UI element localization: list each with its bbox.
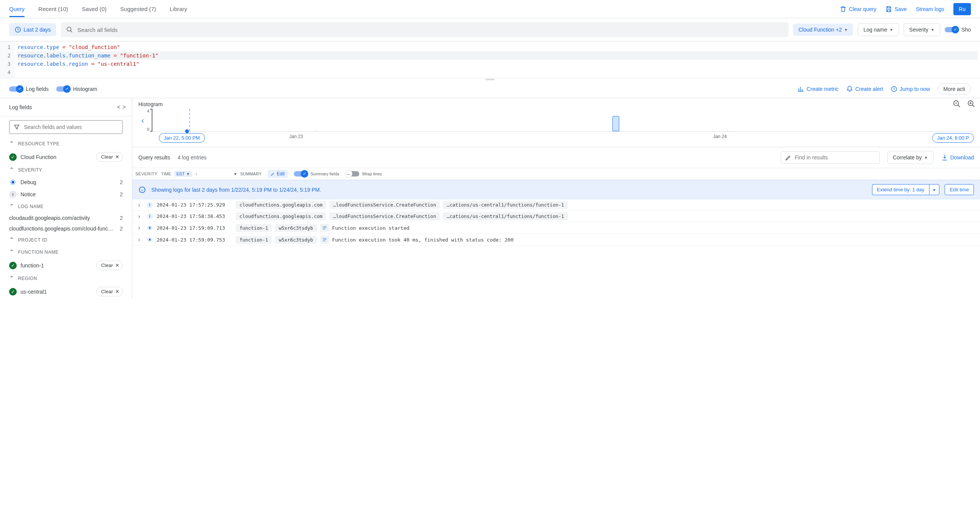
chevron-down-icon: ▼	[931, 28, 934, 32]
log-timestamp: 2024-01-23 17:58:38.453	[157, 214, 233, 219]
log-row[interactable]: ›i2024-01-23 17:57:25.929cloudfunctions.…	[132, 199, 980, 211]
expand-icon[interactable]: ›	[135, 236, 143, 243]
clear-query-button[interactable]: Clear query	[840, 6, 876, 13]
expand-icon[interactable]: ›	[135, 202, 143, 209]
wrap-lines-toggle[interactable]: — Wrap lines	[345, 171, 382, 177]
section-region[interactable]: ⌃REGION	[0, 272, 132, 284]
section-function-name[interactable]: ⌃FUNCTION NAME	[0, 246, 132, 258]
timerange-chip[interactable]: Last 2 days	[9, 23, 56, 36]
log-pill[interactable]: cloudfunctions.googleapis.com	[236, 212, 326, 220]
search-all-fields[interactable]	[61, 22, 789, 37]
more-actions-button[interactable]: More acti	[937, 83, 971, 95]
log-pill[interactable]: cloudfunctions.googleapis.com	[236, 201, 326, 209]
histogram-title: Histogram	[138, 101, 974, 107]
histogram-chart[interactable]	[153, 109, 974, 132]
log-pill[interactable]: w5xr6c3tsdyb	[275, 224, 317, 232]
tab-library[interactable]: Library	[170, 1, 188, 17]
log-row[interactable]: ›i2024-01-23 17:58:38.453cloudfunctions.…	[132, 211, 980, 222]
chevron-up-icon: ⌃	[9, 275, 14, 281]
stream-logs-button[interactable]: Stream logs	[916, 6, 944, 12]
field-search-input[interactable]	[24, 124, 119, 130]
field-notice[interactable]: i Notice 2	[0, 188, 132, 201]
jump-to-now-button[interactable]: Jump to now	[891, 86, 930, 93]
save-button[interactable]: Save	[885, 6, 907, 13]
logname-filter-chip[interactable]: Log name ▼	[858, 23, 899, 36]
histogram-panel: Histogram ‹ 4 0 Jan 22, 5:00 PM Jan 23	[132, 98, 980, 147]
expand-icon[interactable]: ›	[135, 213, 143, 220]
correlate-dropdown[interactable]: Correlate by ▼	[887, 151, 934, 164]
log-pill[interactable]: function-1	[236, 224, 272, 232]
edit-time-button[interactable]: Edit time	[945, 184, 974, 195]
tab-query[interactable]: Query	[9, 1, 25, 17]
log-row[interactable]: ›2024-01-23 17:59:09.753function-1 w5xr6…	[132, 234, 980, 246]
section-project-id[interactable]: ⌃PROJECT ID	[0, 234, 132, 246]
search-icon	[66, 26, 73, 33]
filter-icon	[13, 124, 20, 131]
trash-icon	[840, 6, 846, 13]
summary-fields-toggle[interactable]: Summary fields	[294, 171, 339, 177]
find-input[interactable]	[795, 155, 875, 161]
section-severity[interactable]: ⌃SEVERITY	[0, 164, 132, 176]
tab-saved[interactable]: Saved (0)	[82, 1, 107, 17]
resource-filter-chip[interactable]: Cloud Function +2 ▼	[793, 24, 853, 36]
text-lines-icon	[320, 236, 329, 244]
chevron-down-icon: ▼	[186, 172, 190, 176]
sidebar-title: Log fields	[9, 104, 32, 110]
extend-time-dropdown[interactable]: ▼	[929, 184, 940, 195]
field-us-central1[interactable]: ✓ us-central1 Clear✕	[0, 284, 132, 298]
field-cloud-function[interactable]: ✓ Cloud Function Clear✕	[0, 150, 132, 164]
log-row[interactable]: ›2024-01-23 17:59:09.713function-1 w5xr6…	[132, 222, 980, 234]
log-pill[interactable]: …loudFunctionsService.CreateFunction	[329, 212, 440, 220]
section-logname[interactable]: ⌃LOG NAME	[0, 201, 132, 213]
sort-asc-icon[interactable]: ↑	[196, 172, 198, 176]
query-editor[interactable]: 1234 resource.type = "cloud_function" re…	[0, 41, 980, 78]
histogram-end-chip[interactable]: Jan 24, 6:00 P	[932, 133, 974, 143]
log-pill[interactable]: w5xr6c3tsdyb	[275, 236, 317, 244]
field-function-1[interactable]: ✓ function-1 Clear✕	[0, 258, 132, 272]
download-button[interactable]: Download	[941, 154, 974, 161]
histogram-toggle[interactable]: Histogram	[56, 86, 97, 92]
field-cloudfunctions-log[interactable]: cloudfunctions.googleapis.com/cloud-func…	[0, 223, 132, 234]
severity-filter-chip[interactable]: Severity ▼	[904, 23, 940, 36]
extend-time-button[interactable]: Extend time by: 1 day	[872, 184, 929, 195]
field-debug[interactable]: Debug 2	[0, 176, 132, 188]
expand-icon[interactable]: ›	[135, 225, 143, 231]
log-pill[interactable]: …cations/us-central1/functions/function-…	[443, 212, 568, 220]
create-metric-button[interactable]: Create metric	[797, 86, 838, 93]
show-query-toggle[interactable]: Sho	[945, 27, 971, 33]
log-pill[interactable]: …cations/us-central1/functions/function-…	[443, 201, 568, 209]
clear-region[interactable]: Clear✕	[96, 287, 123, 296]
section-resource-type[interactable]: ⌃RESOURCE TYPE	[0, 138, 132, 150]
tab-suggested[interactable]: Suggested (7)	[120, 1, 156, 17]
edit-summary-button[interactable]: Edit	[267, 170, 288, 178]
field-cloudaudit[interactable]: cloudaudit.googleapis.com/activity 2	[0, 213, 132, 223]
logfields-toggle[interactable]: Log fields	[9, 86, 49, 92]
search-input[interactable]	[78, 27, 783, 33]
debug-icon	[9, 179, 17, 186]
chevron-down-icon: ▼	[932, 188, 936, 192]
chevron-down-icon[interactable]: ▼	[234, 172, 237, 176]
run-query-button[interactable]: Ru	[953, 3, 971, 15]
chevron-down-icon: ▼	[889, 28, 893, 32]
clear-function-name[interactable]: Clear✕	[96, 260, 123, 270]
log-pill[interactable]: function-1	[236, 236, 272, 244]
timezone-chip[interactable]: EST ▼	[174, 171, 192, 177]
check-circle-icon: ✓	[9, 153, 17, 161]
find-in-results[interactable]	[781, 152, 880, 164]
field-search[interactable]	[9, 120, 123, 134]
col-severity: SEVERITY	[135, 172, 158, 176]
zoom-out-button[interactable]	[953, 100, 961, 108]
check-icon	[18, 87, 22, 91]
zoom-in-button[interactable]	[967, 100, 975, 108]
histogram-start-chip[interactable]: Jan 22, 5:00 PM	[159, 133, 205, 143]
create-alert-button[interactable]: Create alert	[846, 86, 883, 93]
save-icon	[885, 6, 892, 13]
chevron-up-icon: ⌃	[9, 237, 14, 243]
histogram-prev[interactable]: ‹	[138, 109, 147, 132]
log-pill[interactable]: …loudFunctionsService.CreateFunction	[329, 201, 440, 209]
results-count: 4 log entries	[178, 155, 207, 161]
tab-recent[interactable]: Recent (10)	[38, 1, 68, 17]
close-icon: ✕	[115, 289, 119, 294]
clear-resource-type[interactable]: Clear✕	[96, 152, 123, 162]
collapse-icon[interactable]: < >	[117, 104, 126, 111]
